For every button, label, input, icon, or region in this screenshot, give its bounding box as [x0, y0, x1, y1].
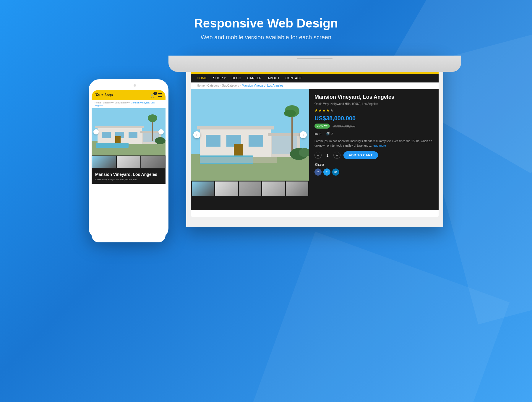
svg-rect-24 — [129, 132, 137, 138]
svg-rect-21 — [95, 126, 144, 128]
quantity-decrease-button[interactable]: − — [314, 152, 322, 159]
phone-notch — [115, 83, 142, 89]
phone-gallery-next-button[interactable]: › — [158, 129, 164, 134]
bedrooms-feature: 🛏 5 — [314, 132, 321, 136]
property-image-svg — [191, 89, 309, 181]
phone-screen: Your Logo 🛒1 ☰ Home › Category › SubCate… — [92, 90, 166, 242]
nav-about[interactable]: ABOUT — [267, 76, 279, 80]
discount-badge: 25% off — [314, 124, 330, 129]
phone-header-right: 🛒1 ☰ — [150, 92, 162, 98]
read-more-link[interactable]: read more — [372, 144, 386, 147]
nav-contact[interactable]: CONTACT — [286, 76, 302, 80]
svg-point-13 — [284, 110, 296, 117]
thumbnail-3[interactable] — [239, 181, 261, 196]
phone-thumb-3[interactable] — [141, 156, 165, 168]
property-details: Mansion Vineyard, Los Angeles Orlole Way… — [309, 89, 439, 210]
share-section: Share f t in — [314, 163, 433, 176]
site-content: ‹ › Mansion Vineyard, Los — [191, 89, 439, 210]
laptop-frame: Your Logo All Categories ▾ FIND ITEMS 👤 … — [186, 56, 443, 227]
bathrooms-feature: 🚿 3 — [325, 132, 333, 136]
page-subtitle: Web and mobile version available for eac… — [0, 34, 532, 41]
property-rating: ★★★★★ — [314, 108, 433, 113]
phone-cart-button[interactable]: 🛒1 — [150, 93, 155, 98]
phone-property-image — [92, 108, 166, 155]
svg-rect-3 — [197, 126, 274, 129]
phone-breadcrumb: Home › Category › SubCategory › Mansion … — [92, 100, 166, 108]
quantity-value: 1 — [325, 153, 330, 158]
phone-thumb-1[interactable] — [92, 156, 116, 168]
page-title: Responsive Web Design — [0, 16, 532, 30]
svg-rect-11 — [291, 113, 293, 154]
gallery-prev-button[interactable]: ‹ — [193, 131, 200, 138]
breadcrumb: Home › Category › SubCategory › Mansion … — [191, 82, 439, 89]
thumbnail-2[interactable] — [215, 181, 238, 196]
phone-camera — [134, 84, 136, 87]
quantity-row: − 1 + ADD TO CART — [314, 151, 433, 159]
nav-shop[interactable]: SHOP ▾ — [213, 76, 226, 80]
thumbnail-1[interactable] — [192, 181, 214, 196]
laptop-screen: Your Logo All Categories ▾ FIND ITEMS 👤 … — [191, 60, 439, 217]
original-price: US$38,500,000 — [333, 124, 355, 128]
property-gallery: ‹ › — [191, 89, 309, 210]
phone-site-header: Your Logo 🛒1 ☰ — [92, 90, 166, 100]
bed-icon: 🛏 — [314, 132, 318, 136]
nav-bar: HOME SHOP ▾ BLOG CAREER ABOUT CONTACT — [191, 74, 439, 82]
share-linkedin-button[interactable]: in — [332, 168, 339, 176]
phone-gallery-prev-button[interactable]: ‹ — [93, 129, 99, 134]
nav-links: HOME SHOP ▾ BLOG CAREER ABOUT CONTACT — [197, 76, 302, 80]
svg-rect-9 — [268, 133, 302, 136]
laptop-hinge-line — [297, 58, 332, 59]
gallery-thumbnails — [191, 181, 309, 197]
page-header: Responsive Web Design Web and mobile ver… — [0, 0, 532, 41]
thumbnail-5[interactable] — [286, 181, 308, 196]
phone-logo: Your Logo — [95, 93, 113, 98]
phone-property-title: Mansion Vineyard, Los Angeles — [95, 172, 162, 177]
svg-rect-4 — [206, 135, 220, 147]
mobile-device: Your Logo 🛒1 ☰ Home › Category › SubCate… — [89, 79, 168, 239]
svg-rect-22 — [102, 132, 111, 138]
nav-home[interactable]: HOME — [197, 76, 207, 80]
phone-thumb-2[interactable] — [117, 156, 141, 168]
svg-rect-31 — [96, 143, 129, 148]
nav-blog[interactable]: BLOG — [232, 76, 241, 80]
phone-property-details: Mansion Vineyard, Los Angeles Orlole Way… — [92, 169, 166, 184]
share-twitter-button[interactable]: t — [323, 168, 330, 176]
svg-rect-15 — [200, 157, 277, 163]
bath-icon: 🚿 — [325, 132, 330, 136]
bathroom-count: 3 — [331, 132, 333, 136]
main-image: ‹ › — [191, 89, 309, 181]
svg-rect-29 — [152, 119, 153, 141]
property-features: 🛏 5 🚿 3 — [314, 132, 433, 136]
add-to-cart-button[interactable]: ADD TO CART — [343, 151, 378, 159]
property-title: Mansion Vineyard, Los Angeles — [314, 94, 433, 100]
quantity-increase-button[interactable]: + — [333, 152, 340, 159]
hamburger-menu-button[interactable]: ☰ — [158, 92, 162, 98]
phone-thumbnails — [92, 155, 166, 169]
phone-breadcrumb-current: Mansion Vineyard, Los Angeles — [95, 101, 155, 107]
devices-container: Your Logo All Categories ▾ FIND ITEMS 👤 … — [89, 56, 443, 322]
phone-property-address: Orlole Way, Hollywood Hills, 90069, Los — [95, 178, 162, 181]
share-label: Share — [314, 163, 433, 167]
breadcrumb-current: Mansion Vineyard, Los Angeles — [242, 84, 283, 87]
svg-point-30 — [148, 114, 157, 122]
property-price: US$38,000,000 — [314, 115, 433, 122]
nav-career[interactable]: CAREER — [247, 76, 262, 80]
share-facebook-button[interactable]: f — [314, 168, 322, 176]
share-icons: f t in — [314, 168, 433, 176]
bedroom-count: 5 — [319, 132, 321, 136]
phone-main-image: ‹ › — [92, 108, 166, 155]
svg-rect-6 — [249, 135, 263, 147]
thumbnail-4[interactable] — [262, 181, 285, 196]
svg-point-32 — [155, 137, 166, 144]
phone-cart-badge: 1 — [153, 92, 157, 95]
svg-rect-7 — [234, 144, 243, 157]
svg-rect-25 — [115, 136, 121, 144]
laptop-hinge — [168, 56, 461, 72]
gallery-next-button[interactable]: › — [300, 131, 307, 138]
property-description: Lorem Ipsum has been the industry's stan… — [314, 139, 433, 148]
property-address: Orlole Way, Hollywood Hills, 90069, Los … — [314, 102, 433, 106]
price-discount-row: 25% off US$38,500,000 — [314, 124, 433, 129]
